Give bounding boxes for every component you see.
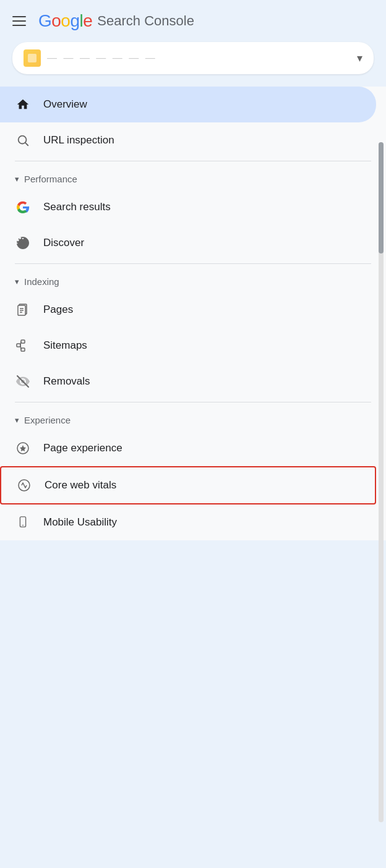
sidebar-item-discover[interactable]: ✳ Discover — [0, 225, 376, 261]
svg-rect-0 — [28, 54, 36, 62]
sidebar-item-url-inspection[interactable]: URL inspection — [0, 122, 376, 158]
scrollbar-track — [379, 142, 384, 822]
svg-line-12 — [20, 342, 21, 346]
sidebar-item-overview[interactable]: Overview — [0, 87, 376, 122]
sidebar-search-results-label: Search results — [43, 201, 111, 213]
google-g-icon — [15, 199, 31, 215]
sidebar-overview-label: Overview — [43, 98, 87, 111]
svg-rect-11 — [21, 348, 25, 351]
svg-line-2 — [25, 143, 28, 145]
svg-rect-10 — [21, 340, 25, 343]
property-selector[interactable]: — — — — — — — ▾ — [12, 42, 374, 74]
svg-rect-9 — [17, 344, 20, 347]
sidebar: Overview URL inspection ▾ Performance Se… — [0, 87, 386, 540]
removals-icon — [15, 373, 31, 389]
performance-collapse-icon: ▾ — [15, 174, 19, 184]
sidebar-item-page-experience[interactable]: Page experience — [0, 430, 376, 466]
property-name-blurred: — — — — — — — — [47, 53, 157, 64]
pages-icon — [15, 302, 31, 318]
sidebar-item-pages[interactable]: Pages — [0, 292, 376, 328]
sidebar-url-inspection-label: URL inspection — [43, 134, 114, 147]
header: Google Search Console — [0, 0, 386, 42]
property-info: — — — — — — — — [24, 49, 157, 67]
hamburger-menu-button[interactable] — [12, 16, 26, 26]
google-logo: Google — [38, 11, 92, 31]
section-indexing-label: Indexing — [24, 276, 59, 287]
sidebar-pages-label: Pages — [43, 304, 73, 316]
sidebar-removals-label: Removals — [43, 375, 90, 388]
svg-line-13 — [20, 346, 21, 350]
sidebar-item-search-results[interactable]: Search results — [0, 189, 376, 225]
experience-collapse-icon: ▾ — [15, 415, 19, 425]
divider-2 — [15, 263, 371, 264]
scrollbar-thumb[interactable] — [379, 142, 384, 253]
sidebar-sitemaps-label: Sitemaps — [43, 339, 87, 352]
sidebar-item-core-web-vitals[interactable]: Core web vitals — [0, 466, 376, 504]
sitemaps-icon — [15, 338, 31, 354]
discover-icon: ✳ — [15, 235, 31, 251]
section-experience-label: Experience — [24, 415, 71, 425]
section-performance-label: Performance — [24, 174, 77, 184]
chevron-down-icon[interactable]: ▾ — [357, 51, 362, 65]
section-experience-header[interactable]: ▾ Experience — [0, 405, 386, 430]
section-indexing-header[interactable]: ▾ Indexing — [0, 266, 386, 292]
indexing-collapse-icon: ▾ — [15, 277, 19, 286]
section-performance-header[interactable]: ▾ Performance — [0, 164, 386, 189]
sidebar-item-removals[interactable]: Removals — [0, 364, 376, 399]
svg-text:✳: ✳ — [19, 237, 27, 247]
divider-3 — [15, 402, 371, 402]
sidebar-mobile-usability-label: Mobile Usability — [43, 516, 117, 529]
divider-1 — [15, 161, 371, 161]
mobile-usability-icon — [15, 514, 31, 530]
property-favicon — [24, 49, 41, 67]
search-icon — [15, 132, 31, 148]
page-experience-icon — [15, 440, 31, 456]
app-title: Search Console — [97, 13, 194, 29]
home-icon — [15, 96, 31, 113]
sidebar-item-sitemaps[interactable]: Sitemaps — [0, 328, 376, 364]
sidebar-page-experience-label: Page experience — [43, 442, 122, 454]
core-web-vitals-icon — [16, 477, 32, 493]
sidebar-item-mobile-usability[interactable]: Mobile Usability — [0, 504, 376, 540]
sidebar-discover-label: Discover — [43, 237, 84, 249]
sidebar-core-web-vitals-label: Core web vitals — [45, 479, 116, 491]
